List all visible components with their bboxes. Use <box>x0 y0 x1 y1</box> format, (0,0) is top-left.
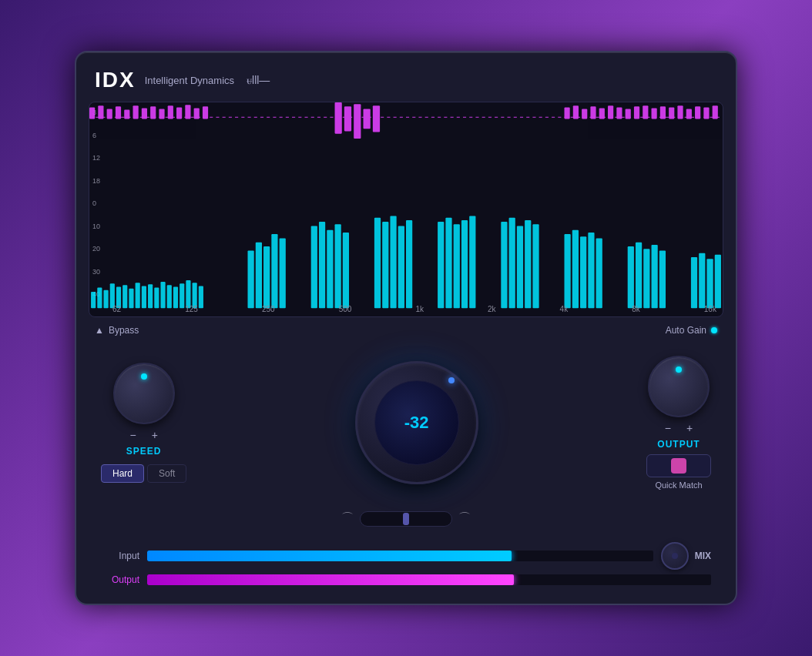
svg-rect-61 <box>311 226 317 308</box>
slider-row: ⌒ ⌒ <box>89 507 723 530</box>
toggle-right <box>686 457 708 474</box>
svg-rect-30 <box>652 108 657 119</box>
svg-rect-88 <box>643 249 649 308</box>
output-meter-bar <box>147 574 514 585</box>
quick-match-container: Quick Match <box>646 454 711 490</box>
svg-rect-58 <box>263 246 270 308</box>
svg-rect-57 <box>256 243 262 309</box>
svg-rect-14 <box>203 106 208 119</box>
speed-knob-indicator <box>141 373 147 380</box>
output-plus-button[interactable]: + <box>686 422 693 434</box>
quick-match-label: Quick Match <box>655 480 702 490</box>
svg-rect-53 <box>186 280 190 308</box>
mix-slider[interactable] <box>360 511 452 527</box>
svg-rect-59 <box>271 234 277 308</box>
speed-knob[interactable] <box>113 363 175 424</box>
svg-rect-38 <box>91 292 96 308</box>
svg-rect-20 <box>565 107 570 119</box>
slider-curve-left: ⌒ <box>341 510 354 527</box>
output-label: OUTPUT <box>657 439 700 450</box>
spectrum-svg <box>89 102 723 316</box>
svg-rect-80 <box>532 224 539 308</box>
toggle-active-thumb <box>671 458 686 474</box>
svg-rect-36 <box>703 107 709 119</box>
output-meter-bar-container <box>147 574 711 585</box>
svg-rect-2 <box>98 105 103 119</box>
svg-rect-32 <box>669 107 674 119</box>
mix-knob-container: MIX <box>661 542 711 570</box>
svg-rect-89 <box>652 245 658 308</box>
svg-rect-70 <box>406 220 412 308</box>
svg-rect-34 <box>686 109 692 119</box>
auto-gain-control[interactable]: Auto Gain <box>666 325 717 336</box>
svg-rect-4 <box>116 106 121 119</box>
svg-rect-84 <box>588 233 594 308</box>
meter-section: Input MIX Output <box>89 536 723 591</box>
svg-rect-28 <box>634 106 639 119</box>
svg-rect-76 <box>501 222 507 308</box>
svg-rect-69 <box>398 226 404 308</box>
svg-rect-62 <box>319 222 325 308</box>
speed-plus-button[interactable]: + <box>152 429 158 441</box>
svg-rect-71 <box>438 222 444 308</box>
quick-match-toggle[interactable] <box>646 454 711 477</box>
output-meter-label: Output <box>101 574 139 585</box>
main-knob-value: -32 <box>404 413 429 433</box>
svg-rect-81 <box>565 234 571 308</box>
freq-scale: 62 125 250 500 1k 2k 4k 8k 16k <box>112 305 716 313</box>
svg-rect-12 <box>185 105 190 119</box>
svg-rect-63 <box>327 230 333 309</box>
input-meter-bar-container <box>147 551 653 561</box>
bypass-control[interactable]: ▲ Bypass <box>95 325 139 336</box>
svg-rect-72 <box>445 218 451 309</box>
svg-rect-75 <box>469 216 475 309</box>
mode-buttons: Hard Soft <box>101 464 186 483</box>
svg-rect-66 <box>374 218 381 309</box>
input-meter-bar <box>147 551 512 561</box>
mix-label: MIX <box>695 551 711 561</box>
main-controls: − + SPEED Hard Soft -32 − <box>89 343 723 501</box>
main-knob-section: -32 <box>355 361 478 484</box>
svg-rect-77 <box>509 218 515 309</box>
svg-rect-23 <box>590 106 596 119</box>
svg-rect-15 <box>335 102 342 134</box>
spectrum-display: 3 6 12 18 0 10 20 30 40 <box>89 102 723 317</box>
svg-rect-1 <box>89 107 95 119</box>
svg-rect-74 <box>461 220 468 308</box>
svg-rect-5 <box>124 110 129 119</box>
soft-mode-button[interactable]: Soft <box>147 464 186 483</box>
svg-rect-82 <box>572 230 579 309</box>
svg-rect-8 <box>150 106 156 119</box>
main-knob[interactable]: -32 <box>355 361 478 484</box>
hard-mode-button[interactable]: Hard <box>101 464 144 483</box>
svg-rect-19 <box>373 105 380 132</box>
mix-knob[interactable] <box>661 542 689 570</box>
svg-rect-86 <box>628 246 634 308</box>
svg-rect-40 <box>103 290 108 309</box>
output-knob-indicator <box>676 366 682 373</box>
svg-rect-67 <box>382 222 388 308</box>
svg-rect-68 <box>390 216 396 309</box>
svg-rect-13 <box>194 108 200 119</box>
svg-rect-64 <box>335 224 341 308</box>
speed-pm: − + <box>130 429 158 441</box>
svg-rect-29 <box>643 105 648 119</box>
speed-label: SPEED <box>126 446 162 457</box>
speed-minus-button[interactable]: − <box>130 429 136 441</box>
svg-rect-25 <box>608 105 613 119</box>
svg-rect-73 <box>454 224 460 308</box>
output-knob[interactable] <box>648 356 710 417</box>
mix-slider-thumb <box>403 513 409 525</box>
svg-rect-85 <box>596 238 602 308</box>
svg-rect-31 <box>660 106 666 119</box>
output-minus-button[interactable]: − <box>665 422 671 434</box>
input-meter-row: Input MIX <box>101 542 711 570</box>
output-meter-row: Output <box>101 574 711 585</box>
output-pm: − + <box>665 422 693 434</box>
svg-rect-78 <box>517 226 523 308</box>
speed-section: − + SPEED Hard Soft <box>101 363 186 483</box>
output-section: − + OUTPUT Quick Match <box>646 356 711 490</box>
svg-rect-35 <box>695 106 700 119</box>
controls-header: ▲ Bypass Auto Gain <box>89 323 723 337</box>
svg-rect-27 <box>626 109 631 119</box>
